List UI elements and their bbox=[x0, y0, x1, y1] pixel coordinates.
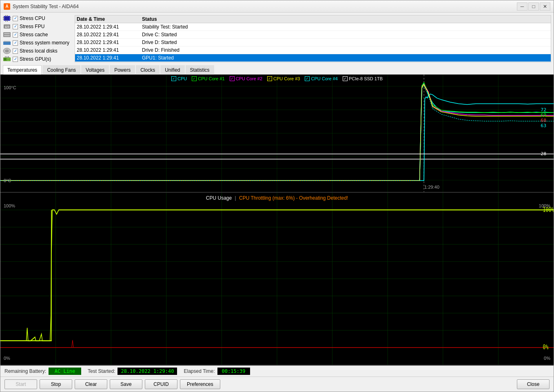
svg-text:0%: 0% bbox=[543, 343, 549, 351]
legend-label: CPU bbox=[177, 76, 187, 81]
usage-y-max-left: 100% bbox=[4, 203, 15, 208]
stress-cpu-checkbox[interactable] bbox=[13, 16, 18, 21]
cpu-icon bbox=[3, 15, 11, 22]
stress-memory-checkbox[interactable] bbox=[13, 40, 18, 46]
memory-icon bbox=[3, 40, 11, 46]
svg-rect-30 bbox=[8, 56, 9, 58]
save-button[interactable]: Save bbox=[110, 379, 142, 389]
fpu-icon: 123 bbox=[3, 23, 11, 30]
start-button[interactable]: Start bbox=[4, 379, 37, 389]
tab-powers[interactable]: Powers bbox=[110, 65, 135, 75]
svg-rect-3 bbox=[7, 15, 8, 16]
legend-checkbox[interactable] bbox=[192, 76, 197, 81]
stress-fpu-checkbox[interactable] bbox=[13, 24, 18, 29]
svg-text:63: 63 bbox=[541, 123, 546, 128]
app-icon: A bbox=[4, 3, 10, 10]
log-header-status: Status bbox=[142, 16, 549, 22]
tab-cooling_fans[interactable]: Cooling Fans bbox=[42, 65, 80, 75]
svg-rect-26 bbox=[7, 58, 10, 59]
test-started-status: Test Started: 28.10.2022 1:29:40 bbox=[88, 368, 177, 375]
log-row[interactable]: 28.10.2022 1:29:41Stability Test: Starte… bbox=[75, 23, 551, 31]
legend-checkbox[interactable] bbox=[230, 76, 235, 81]
svg-rect-8 bbox=[10, 17, 11, 18]
svg-rect-19 bbox=[8, 41, 8, 42]
tab-temperatures[interactable]: Temperatures bbox=[3, 65, 42, 75]
stress-disk-item: Stress local disks bbox=[3, 48, 72, 54]
svg-rect-16 bbox=[4, 41, 4, 42]
test-started-label: Test Started: bbox=[88, 368, 115, 374]
stress-gpu-checkbox[interactable] bbox=[13, 57, 18, 62]
svg-rect-7 bbox=[3, 19, 4, 20]
legend-item-pcie-8-ssd-1tb[interactable]: PCIe-8 SSD 1TB bbox=[343, 76, 383, 81]
elapsed-value: 00:15:39 bbox=[217, 368, 250, 375]
usage-y-min-left: 0% bbox=[4, 356, 10, 361]
separator: | bbox=[235, 195, 237, 201]
window-controls: ─ □ ✕ bbox=[517, 2, 550, 11]
window-title: System Stability Test - AIDA64 bbox=[13, 4, 517, 9]
tab-unified[interactable]: Unified bbox=[160, 65, 184, 75]
stress-memory-label: Stress system memory bbox=[20, 40, 69, 46]
stress-fpu-item: 123 Stress FPU bbox=[3, 23, 72, 30]
legend-item-cpu-core-#1[interactable]: CPU Core #1 bbox=[192, 76, 224, 81]
tab-clocks[interactable]: Clocks bbox=[136, 65, 160, 75]
clear-button[interactable]: Clear bbox=[75, 379, 107, 389]
legend-label: CPU Core #1 bbox=[198, 76, 224, 81]
legend-label: CPU Core #3 bbox=[273, 76, 300, 81]
stress-cache-checkbox[interactable] bbox=[13, 32, 18, 37]
log-row[interactable]: 28.10.2022 1:29:41Drive D: Started bbox=[75, 39, 551, 46]
stress-memory-item: Stress system memory bbox=[3, 40, 72, 46]
cpuid-button[interactable]: CPUID bbox=[145, 379, 177, 389]
svg-rect-17 bbox=[5, 41, 6, 42]
gpu-icon bbox=[3, 56, 11, 62]
legend-item-cpu[interactable]: CPU bbox=[171, 76, 187, 81]
maximize-button[interactable]: □ bbox=[528, 2, 539, 11]
log-datetime: 28.10.2022 1:29:41 bbox=[77, 47, 142, 53]
stress-disk-label: Stress local disks bbox=[20, 48, 58, 54]
title-bar: A System Stability Test - AIDA64 ─ □ ✕ bbox=[0, 0, 554, 13]
log-status: Drive C: Started bbox=[142, 32, 549, 37]
bottom-buttons: Start Stop Clear Save CPUID Preferences … bbox=[0, 377, 554, 392]
usage-y-min-right: 0% bbox=[544, 356, 550, 361]
usage-y-max-right: 100% bbox=[539, 203, 550, 208]
stress-disk-checkbox[interactable] bbox=[13, 48, 18, 54]
main-window: A System Stability Test - AIDA64 ─ □ ✕ bbox=[0, 0, 554, 392]
svg-rect-20 bbox=[9, 41, 9, 42]
close-window-button[interactable]: ✕ bbox=[540, 2, 550, 11]
stress-gpu-label: Stress GPU(s) bbox=[20, 56, 51, 62]
legend-checkbox[interactable] bbox=[267, 76, 272, 81]
stop-button[interactable]: Stop bbox=[40, 379, 72, 389]
log-row[interactable]: 28.10.2022 1:29:41Drive D: Finished bbox=[75, 46, 551, 54]
log-status: Drive D: Started bbox=[142, 40, 549, 45]
preferences-button[interactable]: Preferences bbox=[180, 379, 220, 389]
log-datetime: 28.10.2022 1:29:41 bbox=[77, 24, 142, 30]
legend-checkbox[interactable] bbox=[305, 76, 310, 81]
elapsed-status: Elapsed Time: 00:15:39 bbox=[184, 368, 250, 375]
top-section: Stress CPU 123 Stress FPU bbox=[0, 13, 554, 65]
temp-y-min: 0°C bbox=[4, 178, 11, 183]
minimize-button[interactable]: ─ bbox=[517, 2, 527, 11]
stress-gpu-item: Stress GPU(s) bbox=[3, 56, 72, 62]
test-started-value: 28.10.2022 1:29:40 bbox=[117, 368, 177, 375]
temp-x-time: 1:29:40 bbox=[424, 185, 439, 189]
legend-checkbox[interactable] bbox=[171, 76, 176, 81]
close-button[interactable]: Close bbox=[517, 379, 550, 389]
charts-area: CPUCPU Core #1CPU Core #2CPU Core #3CPU … bbox=[0, 75, 554, 366]
legend-checkbox[interactable] bbox=[343, 76, 348, 81]
stress-fpu-label: Stress FPU bbox=[20, 24, 44, 29]
legend-label: CPU Core #2 bbox=[236, 76, 262, 81]
log-status: GPU1: Started bbox=[142, 55, 549, 61]
legend-item-cpu-core-#3[interactable]: CPU Core #3 bbox=[267, 76, 300, 81]
log-row[interactable]: 28.10.2022 1:29:41GPU1: Started bbox=[75, 54, 551, 62]
cpu-usage-svg: 100% 0% bbox=[0, 193, 554, 365]
log-row[interactable]: 28.10.2022 1:29:41Drive C: Started bbox=[75, 31, 551, 39]
legend-item-cpu-core-#2[interactable]: CPU Core #2 bbox=[230, 76, 262, 81]
svg-rect-6 bbox=[3, 17, 4, 18]
tabs-bar: TemperaturesCooling FansVoltagesPowersCl… bbox=[0, 65, 554, 75]
tab-statistics[interactable]: Statistics bbox=[186, 65, 214, 75]
tab-voltages[interactable]: Voltages bbox=[81, 65, 109, 75]
legend-item-cpu-core-#4[interactable]: CPU Core #4 bbox=[305, 76, 337, 81]
log-datetime: 28.10.2022 1:29:41 bbox=[77, 55, 142, 61]
cpu-usage-chart: CPU Usage | CPU Throttling (max: 6%) - O… bbox=[0, 193, 554, 366]
svg-text:68: 68 bbox=[541, 118, 546, 123]
battery-value: AC Line bbox=[49, 368, 81, 375]
